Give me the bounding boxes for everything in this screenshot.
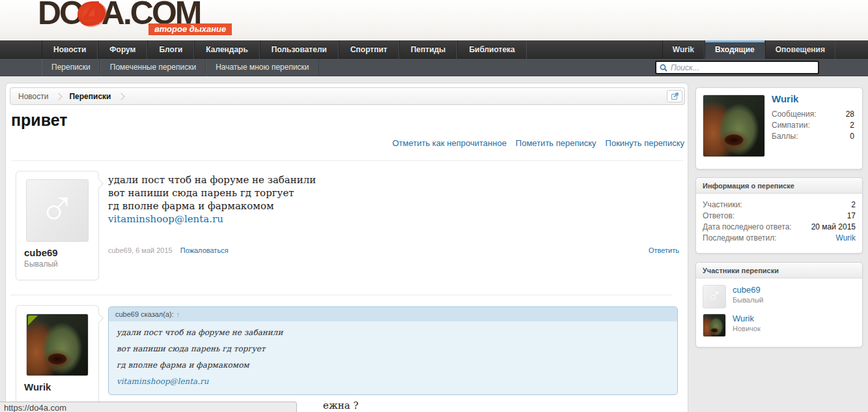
message-divider xyxy=(10,295,672,295)
breadcrumb-item-conversations[interactable]: Переписки xyxy=(69,92,111,101)
tab-alerts[interactable]: Оповещения xyxy=(765,40,835,59)
reply-link[interactable]: Ответить xyxy=(649,246,679,254)
quote-line: вот напиши сюда парень гд торгует xyxy=(117,344,669,353)
stat-label: Симпатии: xyxy=(772,120,810,131)
site-header: DO4A.COM второе дыхание xyxy=(0,0,868,40)
tab-inbox[interactable]: Входящие xyxy=(705,40,765,59)
message1-author[interactable]: cube69 xyxy=(24,247,98,258)
message1-author-role: Бывалый xyxy=(24,259,98,269)
quote-attribution: cube69 сказал(а): xyxy=(115,310,174,318)
mark-unread-link[interactable]: Отметить как непрочитанное xyxy=(392,138,506,148)
participant-row: Wurik Новичок xyxy=(703,314,856,337)
message-line: гд вполне фарма и фармакомом xyxy=(108,199,680,213)
participant-role: Бывалый xyxy=(733,295,763,305)
avatar-wurik[interactable] xyxy=(26,314,89,376)
participant-name[interactable]: Wurik xyxy=(733,314,761,324)
main-nav-items: Новости Форум Блоги Календарь Пользовате… xyxy=(42,40,527,59)
sub-navbar: Переписки Помеченные переписки Начатые м… xyxy=(0,59,868,76)
info-card-title: Информация о переписке xyxy=(696,178,862,194)
message2-author[interactable]: Wurik xyxy=(24,381,98,392)
message-line: вот напиши сюда парень гд торгует xyxy=(108,186,680,199)
account-tabs: Wurik Входящие Оповещения xyxy=(662,40,835,59)
message1-date[interactable]: cube69, 6 май 2015 xyxy=(108,246,173,254)
page-title: привет xyxy=(11,111,68,130)
nav-item-peptides[interactable]: Пептиды xyxy=(399,40,458,59)
message2-user-card: Wurik xyxy=(16,305,99,412)
subnav-item-conversations[interactable]: Переписки xyxy=(42,59,100,76)
subnav-items: Переписки Помеченные переписки Начатые м… xyxy=(42,59,319,76)
breadcrumb-chevron-icon xyxy=(55,93,63,100)
message-line: удали пост чтоб на форуме не забанили xyxy=(108,173,680,186)
participants-card-body: ♂ cube69 Бывалый Wurik Новичок xyxy=(696,278,862,349)
last-replier-link[interactable]: Wurik xyxy=(836,233,856,244)
quote-block: cube69 сказал(а):↑ удали пост чтоб на фо… xyxy=(108,306,678,395)
nav-item-sportpit[interactable]: Спортпит xyxy=(339,40,399,59)
logo-tagline: второе дыхание xyxy=(148,23,232,35)
stat-label: Баллы: xyxy=(772,131,798,142)
breadcrumb: Новости Переписки xyxy=(10,87,685,105)
email-link[interactable]: vitaminshoop@lenta.ru xyxy=(108,213,680,226)
quote-line: удали пост чтоб на форуме не забанили xyxy=(117,328,669,337)
breadcrumb-chevron-icon xyxy=(118,93,125,100)
subnav-item-starred[interactable]: Помеченные переписки xyxy=(100,59,206,76)
info-label: Дата последнего ответа: xyxy=(703,222,792,233)
stat-value: 0 xyxy=(850,131,854,142)
messages-divider xyxy=(11,160,683,161)
info-label: Ответов: xyxy=(703,211,735,222)
avatar-cube69-small[interactable]: ♂ xyxy=(703,285,726,308)
leave-conversation-link[interactable]: Покинуть переписку xyxy=(606,138,684,148)
info-value: 2 xyxy=(851,199,856,211)
quote-body: удали пост чтоб на форуме не забанили во… xyxy=(109,321,677,386)
info-card-body: Участники:2 Ответов:17 Дата последнего о… xyxy=(696,194,862,250)
logo-four: 4 xyxy=(83,0,102,31)
male-symbol-icon: ♂ xyxy=(38,183,77,233)
quote-header: cube69 сказал(а):↑ xyxy=(109,307,677,321)
stat-label: Сообщения: xyxy=(772,109,816,120)
profile-name[interactable]: Wurik xyxy=(772,93,798,104)
email-link[interactable]: vitaminshoop@lenta.ru xyxy=(117,377,669,386)
logo-do: DO xyxy=(38,0,83,31)
nav-item-library[interactable]: Библиотека xyxy=(457,40,526,59)
browser-status-url: https://do4a.com xyxy=(0,402,297,412)
sidebar-participants-card: Участники переписки ♂ cube69 Бывалый Wur… xyxy=(695,262,863,347)
quote-jump-arrow[interactable]: ↑ xyxy=(176,310,180,318)
nav-item-forum[interactable]: Форум xyxy=(98,40,147,59)
participants-card-title: Участники переписки xyxy=(696,263,862,278)
message1-meta: cube69, 6 май 2015 Пожаловаться Ответить xyxy=(108,246,679,254)
info-value: 20 май 2015 xyxy=(811,222,856,233)
sidebar-info-card: Информация о переписке Участники:2 Ответ… xyxy=(695,177,863,254)
info-label: Участники: xyxy=(703,199,742,211)
avatar-wurik-large[interactable] xyxy=(703,95,765,157)
nav-item-news[interactable]: Новости xyxy=(42,40,98,59)
message1-user-card: ♂ cube69 Бывалый xyxy=(16,171,99,280)
subnav-item-started-by-me[interactable]: Начатые мною переписки xyxy=(206,59,318,76)
star-conversation-link[interactable]: Пометить переписку xyxy=(516,138,596,148)
search-input[interactable] xyxy=(671,63,815,72)
conversation-actions: Отметить как непрочитанное Пометить пере… xyxy=(392,138,684,148)
info-label: Последним ответил: xyxy=(703,233,777,244)
search-icon xyxy=(660,64,667,72)
info-value: 17 xyxy=(847,211,856,222)
online-badge-icon xyxy=(28,316,38,325)
tab-username[interactable]: Wurik xyxy=(662,40,705,59)
message2-reply-fragment: ежна ? xyxy=(323,400,358,411)
message1-body: удали пост чтоб на форуме не забанили во… xyxy=(108,173,680,226)
nav-item-users[interactable]: Пользователи xyxy=(260,40,339,59)
nav-item-calendar[interactable]: Календарь xyxy=(194,40,260,59)
open-in-new-button[interactable] xyxy=(667,90,682,102)
breadcrumb-item-news[interactable]: Новости xyxy=(18,92,48,101)
stat-value: 28 xyxy=(846,109,854,120)
male-symbol-icon: ♂ xyxy=(707,286,722,306)
avatar-wurik-small[interactable] xyxy=(703,314,726,337)
search-box[interactable] xyxy=(655,61,819,74)
nav-item-blogs[interactable]: Блоги xyxy=(147,40,194,59)
main-navbar: Новости Форум Блоги Календарь Пользовате… xyxy=(0,40,868,59)
participant-row: ♂ cube69 Бывалый xyxy=(703,285,856,308)
quote-line: гд вполне фарма и фармакомом xyxy=(117,360,669,370)
sidebar-profile-card: Wurik Сообщения:28 Симпатии:2 Баллы:0 xyxy=(695,87,863,169)
participant-name[interactable]: cube69 xyxy=(733,285,763,295)
profile-stats: Сообщения:28 Симпатии:2 Баллы:0 xyxy=(772,109,854,142)
report-link[interactable]: Пожаловаться xyxy=(180,246,229,254)
avatar-cube69[interactable]: ♂ xyxy=(26,179,89,242)
participant-role: Новичок xyxy=(733,324,761,334)
